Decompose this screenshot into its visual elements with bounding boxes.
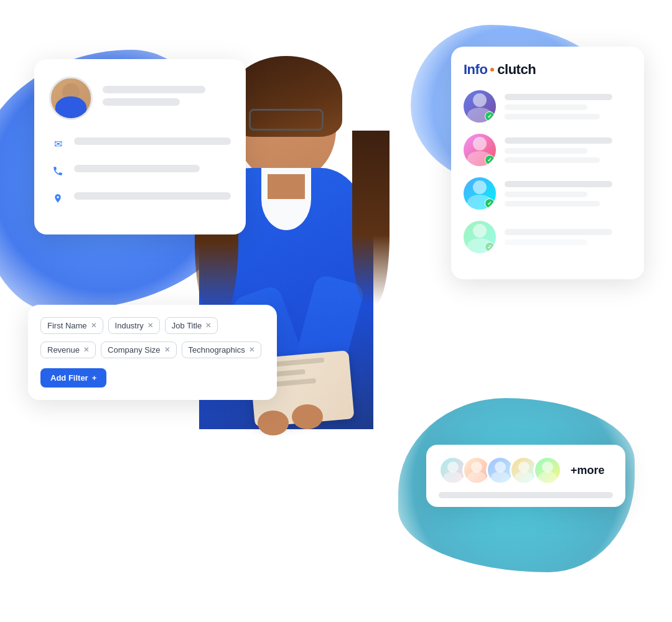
filter-tag-industry[interactable]: Industry ✕ <box>108 317 160 334</box>
stacked-avatar-1-body <box>444 471 462 483</box>
person-neck <box>268 174 305 199</box>
filter-tag-revenue-close[interactable]: ✕ <box>83 346 89 354</box>
contact-3-line-2 <box>505 192 587 197</box>
filter-tag-jobtitle-close[interactable]: ✕ <box>205 322 211 330</box>
filter-tag-companysize[interactable]: Company Size ✕ <box>101 341 177 358</box>
stacked-avatar-3-body <box>491 471 510 483</box>
email-icon: ✉ <box>49 135 67 152</box>
profile-header <box>49 77 231 120</box>
filter-tag-revenue[interactable]: Revenue ✕ <box>40 341 96 358</box>
contact-1-check: ✓ <box>485 111 495 121</box>
contact-4-head <box>473 224 487 238</box>
person-arm-right <box>282 274 365 419</box>
phone-icon <box>49 162 67 180</box>
contact-item-2: ✓ <box>464 134 632 166</box>
filter-tag-companysize-label: Company Size <box>108 345 161 355</box>
logo-clutch: clutch <box>497 62 536 78</box>
add-filter-label: Add Filter <box>50 373 88 383</box>
infoclutch-card: Info clutch ✓ ✓ <box>451 47 644 279</box>
location-lines <box>74 192 231 205</box>
filter-tag-firstname-close[interactable]: ✕ <box>91 322 96 330</box>
contact-4-line-2 <box>505 239 587 245</box>
more-count-text: +more <box>571 464 605 477</box>
contact-item-4: ✓ <box>464 221 632 253</box>
contact-avatar-3: ✓ <box>464 177 496 210</box>
contact-2-info <box>505 137 632 163</box>
filter-tag-jobtitle-label: Job Title <box>172 321 202 330</box>
person-head <box>236 68 336 180</box>
contact-avatar-2: ✓ <box>464 134 496 166</box>
infoclutch-logo: Info clutch <box>464 62 632 78</box>
stacked-avatar-2-body <box>467 471 486 483</box>
contact-3-check: ✓ <box>485 198 495 208</box>
person-hand-right <box>292 404 323 429</box>
contact-3-line-1 <box>505 181 612 187</box>
add-filter-button[interactable]: Add Filter + <box>40 368 106 388</box>
person-hair-right <box>352 131 390 305</box>
more-card: +more <box>426 445 625 507</box>
contact-4-line-1 <box>505 229 612 235</box>
profile-email-row: ✉ <box>49 135 231 152</box>
person-shirt <box>261 168 311 230</box>
filter-tag-technographics[interactable]: Technographics ✕ <box>182 341 261 358</box>
filter-card: First Name ✕ Industry ✕ Job Title ✕ Reve… <box>28 305 277 400</box>
phone-lines <box>74 165 231 177</box>
contact-avatar-4: ✓ <box>464 221 496 253</box>
contact-2-line-3 <box>505 157 600 163</box>
filter-tag-companysize-close[interactable]: ✕ <box>164 346 170 354</box>
contact-1-line-2 <box>505 104 587 110</box>
location-line <box>74 192 231 200</box>
filter-tag-technographics-label: Technographics <box>189 345 245 355</box>
filter-tag-jobtitle[interactable]: Job Title ✕ <box>165 317 218 334</box>
name-line-2 <box>103 98 180 106</box>
stacked-avatar-4-body <box>515 471 533 483</box>
contact-1-line-1 <box>505 94 612 100</box>
person-glasses <box>249 109 324 131</box>
contact-1-line-3 <box>505 114 600 119</box>
contact-4-check: ✓ <box>485 242 495 252</box>
contact-3-head <box>473 180 487 194</box>
more-bar <box>439 492 613 498</box>
filter-tags-row-2: Revenue ✕ Company Size ✕ Technographics … <box>40 341 264 358</box>
person-hair <box>230 56 342 137</box>
add-filter-icon: + <box>92 373 97 383</box>
filter-tags-row-1: First Name ✕ Industry ✕ Job Title ✕ <box>40 317 264 334</box>
contact-2-head <box>473 137 487 151</box>
contact-1-head <box>473 93 487 107</box>
email-line <box>74 137 231 145</box>
contact-item-1: ✓ <box>464 90 632 123</box>
logo-dot <box>490 68 494 72</box>
contact-item-3: ✓ <box>464 177 632 210</box>
filter-tag-revenue-label: Revenue <box>47 345 80 355</box>
stacked-avatar-5 <box>533 456 562 485</box>
profile-location-row <box>49 190 231 207</box>
filter-tag-firstname-label: First Name <box>47 321 87 330</box>
filter-tag-industry-label: Industry <box>115 321 144 330</box>
phone-line <box>74 165 200 172</box>
stacked-avatar-5-body <box>538 471 557 483</box>
filter-tag-industry-close[interactable]: ✕ <box>147 322 153 330</box>
contact-3-info <box>505 181 632 207</box>
contact-4-info <box>505 229 632 245</box>
profile-phone-row <box>49 162 231 180</box>
profile-name-lines <box>103 86 231 111</box>
contact-1-info <box>505 94 632 119</box>
contact-3-line-3 <box>505 201 600 207</box>
contact-2-check: ✓ <box>485 155 495 165</box>
more-avatars-row: +more <box>439 456 613 485</box>
filter-tag-technographics-close[interactable]: ✕ <box>249 346 254 354</box>
email-lines <box>74 137 231 150</box>
location-icon <box>49 190 67 207</box>
logo-info: Info <box>464 62 487 78</box>
filter-tag-firstname[interactable]: First Name ✕ <box>40 317 103 334</box>
contact-avatar-1: ✓ <box>464 90 496 123</box>
name-line-1 <box>103 86 205 93</box>
profile-card: ✉ <box>34 59 246 234</box>
contact-2-line-2 <box>505 148 587 154</box>
person-hand-left <box>258 411 289 435</box>
avatar-body <box>55 96 86 118</box>
contact-2-line-1 <box>505 137 612 144</box>
profile-avatar <box>49 77 93 120</box>
